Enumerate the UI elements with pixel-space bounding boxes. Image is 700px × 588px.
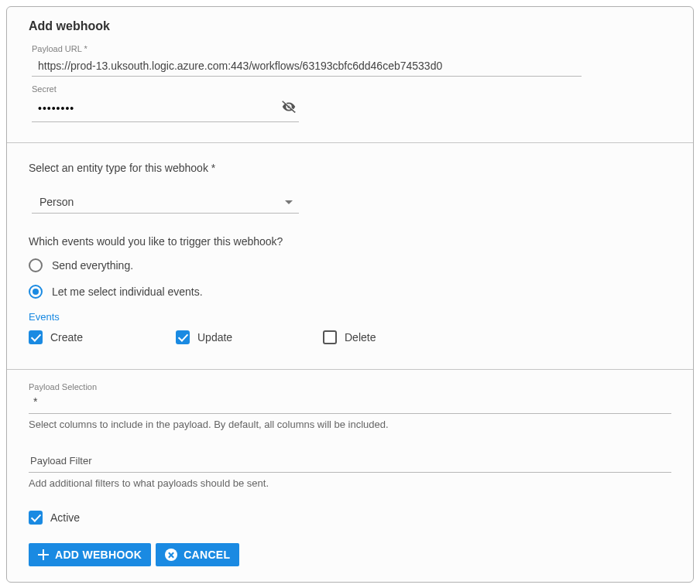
checkbox-active[interactable]: Active xyxy=(29,511,671,525)
checkbox-label: Active xyxy=(50,511,80,524)
radio-icon xyxy=(29,258,43,272)
radio-label: Send everything. xyxy=(52,259,133,272)
section-payload: Payload Selection * Select columns to in… xyxy=(7,370,693,582)
checkbox-create[interactable]: Create xyxy=(29,330,176,344)
payload-selection-label: Payload Selection xyxy=(29,382,671,391)
checkbox-label: Update xyxy=(197,331,232,344)
events-heading: Events xyxy=(29,311,671,323)
payload-filter-helper: Add additional filters to what payloads … xyxy=(29,477,671,489)
checkbox-label: Delete xyxy=(345,331,376,344)
events-grid: Create Update Delete xyxy=(29,330,671,357)
chevron-down-icon xyxy=(285,200,293,204)
checkbox-delete[interactable]: Delete xyxy=(323,330,470,344)
payload-selection-helper: Select columns to include in the payload… xyxy=(29,419,671,430)
checkbox-update[interactable]: Update xyxy=(176,330,323,344)
payload-filter-label: Payload Filter xyxy=(30,455,91,467)
payload-url-input[interactable] xyxy=(32,55,582,77)
button-label: CANCEL xyxy=(184,549,230,561)
plus-icon xyxy=(38,549,49,560)
checkbox-label: Create xyxy=(50,331,83,344)
section-entity-events: Select an entity type for this webhook *… xyxy=(7,143,693,369)
button-label: ADD WEBHOOK xyxy=(55,549,142,561)
section-basic: Add webhook Payload URL * Secret xyxy=(7,7,693,142)
entity-type-value: Person xyxy=(39,196,285,208)
payload-url-field: Payload URL * xyxy=(32,44,671,77)
add-webhook-panel: Add webhook Payload URL * Secret Selec xyxy=(6,6,694,583)
payload-selection-field: Payload Selection * Select columns to in… xyxy=(29,382,671,430)
checkbox-icon xyxy=(29,511,43,525)
payload-selection-input[interactable]: * xyxy=(29,393,671,414)
payload-filter-input[interactable]: Payload Filter xyxy=(29,452,671,473)
visibility-toggle-icon[interactable] xyxy=(280,98,297,118)
secret-input[interactable] xyxy=(38,102,280,115)
entity-type-select[interactable]: Person xyxy=(32,191,299,214)
checkbox-icon xyxy=(29,330,43,344)
checkbox-icon xyxy=(323,330,337,344)
add-webhook-button[interactable]: ADD WEBHOOK xyxy=(29,543,151,566)
checkbox-icon xyxy=(176,330,190,344)
button-row: ADD WEBHOOK CANCEL xyxy=(29,543,671,566)
payload-selection-value: * xyxy=(33,395,37,408)
page-title: Add webhook xyxy=(29,19,671,33)
radio-send-everything[interactable]: Send everything. xyxy=(29,258,671,272)
secret-field: Secret xyxy=(32,84,671,122)
entity-type-label: Select an entity type for this webhook * xyxy=(29,162,671,174)
radio-select-individual[interactable]: Let me select individual events. xyxy=(29,285,671,299)
close-circle-icon xyxy=(165,549,177,561)
radio-label: Let me select individual events. xyxy=(52,285,203,298)
payload-url-label: Payload URL * xyxy=(32,44,671,53)
cancel-button[interactable]: CANCEL xyxy=(156,543,239,566)
payload-filter-field: Payload Filter Add additional filters to… xyxy=(29,452,671,489)
secret-label: Secret xyxy=(32,84,671,94)
events-question: Which events would you like to trigger t… xyxy=(29,235,671,248)
radio-icon xyxy=(29,285,43,299)
